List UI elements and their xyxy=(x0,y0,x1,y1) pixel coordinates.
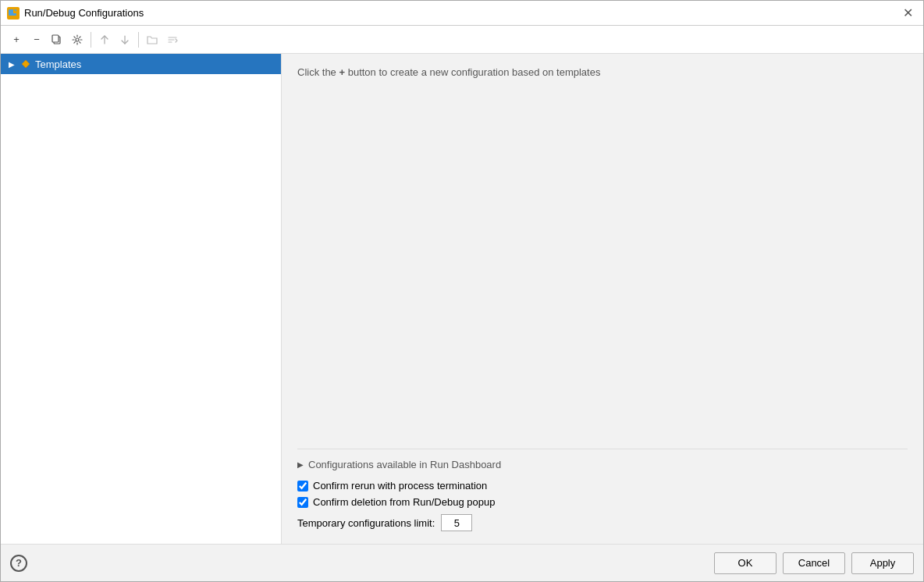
left-panel: ▶ Templates xyxy=(1,54,282,544)
separator-1 xyxy=(91,32,91,48)
tree-label-templates: Templates xyxy=(35,59,81,70)
checkbox-confirm-deletion: Confirm deletion from Run/Debug popup xyxy=(297,496,908,508)
remove-button[interactable]: − xyxy=(27,30,46,49)
svg-point-4 xyxy=(76,38,79,41)
dialog-icon xyxy=(7,7,20,20)
run-debug-dialog: Run/Debug Configurations ✕ + − xyxy=(0,0,924,582)
help-button[interactable]: ? xyxy=(10,555,27,572)
dialog-title: Run/Debug Configurations xyxy=(24,7,144,19)
content-area: ▶ Templates Click the + button to create… xyxy=(1,54,923,544)
spacer xyxy=(297,90,908,449)
svg-rect-3 xyxy=(52,35,59,42)
run-dashboard-row[interactable]: ▶ Configurations available in Run Dashbo… xyxy=(297,459,908,470)
copy-button[interactable] xyxy=(48,30,66,49)
footer: ? OK Cancel Apply xyxy=(1,544,923,581)
separator-2 xyxy=(138,32,139,48)
run-dashboard-label: Configurations available in Run Dashboar… xyxy=(308,459,501,470)
tree-arrow-templates: ▶ xyxy=(7,59,16,69)
temp-limit-label: Temporary configurations limit: xyxy=(297,517,435,529)
close-button[interactable]: ✕ xyxy=(898,4,917,23)
toolbar: + − xyxy=(1,26,923,54)
temp-limit-row: Temporary configurations limit: xyxy=(297,514,908,531)
sort-button[interactable] xyxy=(163,30,182,49)
title-bar: Run/Debug Configurations ✕ xyxy=(1,1,923,26)
hint-plus: + xyxy=(339,66,345,78)
svg-marker-1 xyxy=(13,9,18,13)
footer-buttons: OK Cancel Apply xyxy=(714,552,914,574)
checkbox-confirm-deletion-label: Confirm deletion from Run/Debug popup xyxy=(313,496,495,508)
apply-button[interactable]: Apply xyxy=(851,552,914,574)
ok-button[interactable]: OK xyxy=(714,552,777,574)
hint-text: Click the + button to create a new confi… xyxy=(297,66,908,78)
checkbox-confirm-deletion-input[interactable] xyxy=(297,497,308,508)
settings-button[interactable] xyxy=(68,30,87,49)
temp-limit-input[interactable] xyxy=(441,514,472,531)
title-bar-left: Run/Debug Configurations xyxy=(7,7,144,20)
templates-icon xyxy=(20,58,32,70)
run-dashboard-arrow: ▶ xyxy=(297,460,304,469)
add-button[interactable]: + xyxy=(7,30,26,49)
checkbox-confirm-rerun-label: Confirm rerun with process termination xyxy=(313,480,487,492)
right-panel: Click the + button to create a new confi… xyxy=(282,54,923,544)
folder-button[interactable] xyxy=(143,30,162,49)
tree-item-templates[interactable]: ▶ Templates xyxy=(1,54,281,74)
checkbox-confirm-rerun: Confirm rerun with process termination xyxy=(297,480,908,492)
checkbox-confirm-rerun-input[interactable] xyxy=(297,481,308,492)
bottom-section: ▶ Configurations available in Run Dashbo… xyxy=(297,449,908,531)
move-up-button[interactable] xyxy=(95,30,114,49)
cancel-button[interactable]: Cancel xyxy=(783,552,845,574)
move-down-button[interactable] xyxy=(116,30,134,49)
